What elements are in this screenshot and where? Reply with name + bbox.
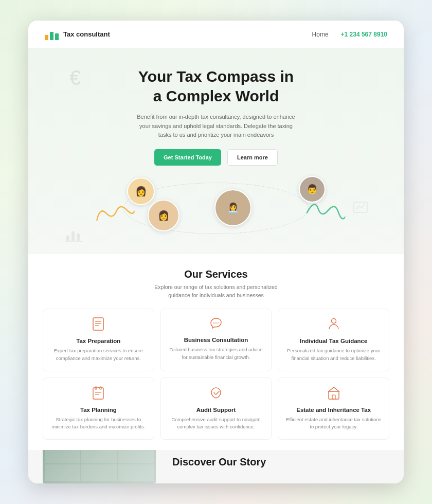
service-card-estate-tax: Estate and Inheritance Tax Efficient est…: [278, 377, 389, 440]
svg-point-13: [215, 322, 217, 323]
services-section: Our Services Explore our range of tax so…: [28, 254, 404, 450]
service-desc-1: Tailored business tax strategies and adv…: [167, 346, 265, 361]
logo-icon: [45, 29, 59, 40]
estate-tax-icon: [284, 386, 383, 403]
nav-links: Home +1 234 567 8910: [312, 31, 387, 38]
logo-bar-3: [55, 33, 59, 40]
service-desc-0: Expert tax preparation services to ensur…: [49, 347, 148, 362]
navbar: Tax consultant Home +1 234 567 8910: [28, 21, 404, 48]
svg-line-7: [362, 204, 365, 208]
service-card-business-consultation: Business Consultation Tailored business …: [160, 309, 272, 371]
services-title: Our Services: [43, 268, 389, 280]
service-card-tax-planning: Tax Planning Strategic tax planning for …: [43, 377, 154, 440]
chart-left-icon: [65, 226, 83, 245]
svg-rect-8: [93, 318, 103, 330]
service-name-3: Tax Planning: [49, 407, 148, 413]
svg-point-14: [218, 322, 219, 323]
service-name-5: Estate and Inheritance Tax: [284, 407, 383, 413]
window-pane: [45, 450, 80, 463]
logo-bar-1: [45, 35, 48, 40]
browser-frame: Tax consultant Home +1 234 567 8910 € Yo…: [28, 21, 404, 483]
svg-rect-16: [93, 388, 103, 399]
service-name-2: Individual Tax Guidance: [284, 338, 383, 344]
squiggle-left: [92, 198, 136, 230]
service-desc-3: Strategic tax planning for businesses to…: [49, 416, 148, 431]
services-grid: Tax Preparation Expert tax preparation s…: [43, 309, 389, 440]
hero-subtitle: Benefit from our in-depth tax consultanc…: [134, 113, 298, 140]
hero-headline: Your Tax Compass in a Complex World: [45, 67, 387, 105]
window-pane: [45, 464, 80, 481]
avatar-face-2: 👩: [149, 201, 178, 230]
window-pane: [118, 450, 154, 463]
avatar-1: 👩: [127, 177, 155, 205]
get-started-button[interactable]: Get Started Today: [154, 149, 221, 166]
service-card-tax-preparation: Tax Preparation Expert tax preparation s…: [43, 309, 154, 371]
svg-line-6: [358, 206, 362, 208]
avatar-face-1: 👩: [128, 178, 154, 204]
window-pane: [118, 464, 154, 481]
tax-planning-icon: [49, 386, 148, 403]
svg-rect-22: [332, 395, 335, 399]
indiv-guidance-icon: [284, 317, 383, 334]
logo-bar-2: [50, 32, 53, 40]
biz-consult-icon: [167, 317, 265, 333]
svg-point-12: [213, 322, 214, 323]
avatar-2: 👩: [148, 200, 179, 231]
service-card-audit-support: Audit Support Comprehensive audit suppor…: [160, 377, 272, 440]
learn-more-button[interactable]: Learn more: [227, 149, 278, 166]
avatar-4: 👨: [299, 176, 326, 203]
services-subtitle: Explore our range of tax solutions and p…: [144, 283, 288, 300]
service-card-individual-guidance: Individual Tax Guidance Personalized tax…: [278, 309, 389, 371]
discover-title: Discover Our Story: [172, 456, 387, 468]
bottom-section: Discover Our Story: [28, 450, 404, 483]
hero-section: € Your Tax Compass in a Complex World Be…: [28, 48, 404, 254]
svg-rect-0: [66, 236, 69, 241]
svg-line-5: [356, 206, 358, 209]
hero-avatars: 👩 👩 👩‍💼 👨: [45, 175, 387, 242]
service-desc-4: Comprehensive audit support to navigate …: [167, 416, 265, 431]
discover-text: Discover Our Story: [156, 456, 404, 483]
nav-phone: +1 234 567 8910: [341, 31, 387, 38]
window-pane: [81, 450, 117, 463]
logo-area: Tax consultant: [45, 29, 110, 40]
audit-support-icon: [167, 386, 265, 403]
bottom-image: [43, 450, 156, 483]
logo-text: Tax consultant: [63, 30, 110, 38]
service-name-1: Business Consultation: [167, 337, 265, 343]
window-grid: [43, 450, 156, 483]
hero-buttons: Get Started Today Learn more: [45, 149, 387, 166]
service-desc-2: Personalized tax guidance to optimize yo…: [284, 347, 383, 362]
avatar-face-4: 👨: [300, 177, 325, 202]
svg-point-15: [331, 319, 336, 323]
euro-decoration: €: [69, 66, 81, 89]
service-name-4: Audit Support: [167, 407, 265, 413]
svg-rect-1: [71, 231, 75, 241]
avatar-3: 👩‍💼: [214, 189, 251, 226]
avatar-face-3: 👩‍💼: [215, 190, 250, 225]
service-name-0: Tax Preparation: [49, 338, 148, 344]
window-pane: [81, 464, 117, 481]
chart-right-icon: [353, 202, 368, 218]
nav-home-link[interactable]: Home: [312, 31, 329, 38]
tax-prep-icon: [49, 317, 148, 334]
svg-rect-2: [77, 233, 80, 241]
service-desc-5: Efficient estate and inheritance tax sol…: [284, 416, 383, 431]
